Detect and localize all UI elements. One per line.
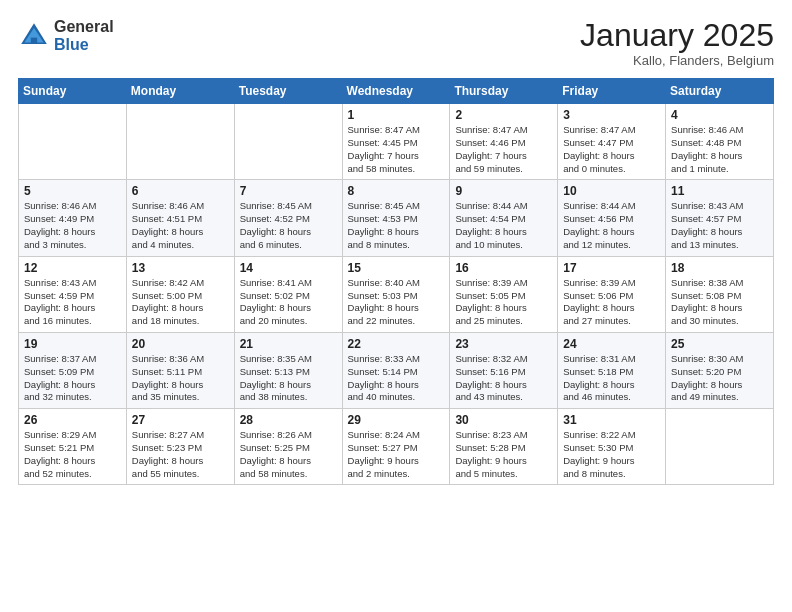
calendar-cell: 4Sunrise: 8:46 AM Sunset: 4:48 PM Daylig… xyxy=(666,104,774,180)
day-info: Sunrise: 8:37 AM Sunset: 5:09 PM Dayligh… xyxy=(24,353,121,404)
calendar-cell: 26Sunrise: 8:29 AM Sunset: 5:21 PM Dayli… xyxy=(19,409,127,485)
day-number: 12 xyxy=(24,261,121,275)
day-info: Sunrise: 8:44 AM Sunset: 4:54 PM Dayligh… xyxy=(455,200,552,251)
calendar-cell: 23Sunrise: 8:32 AM Sunset: 5:16 PM Dayli… xyxy=(450,332,558,408)
day-info: Sunrise: 8:38 AM Sunset: 5:08 PM Dayligh… xyxy=(671,277,768,328)
day-number: 11 xyxy=(671,184,768,198)
day-info: Sunrise: 8:31 AM Sunset: 5:18 PM Dayligh… xyxy=(563,353,660,404)
th-thursday: Thursday xyxy=(450,79,558,104)
day-info: Sunrise: 8:47 AM Sunset: 4:45 PM Dayligh… xyxy=(348,124,445,175)
day-number: 31 xyxy=(563,413,660,427)
calendar-cell: 8Sunrise: 8:45 AM Sunset: 4:53 PM Daylig… xyxy=(342,180,450,256)
header: General Blue January 2025 Kallo, Flander… xyxy=(18,18,774,68)
calendar-cell: 17Sunrise: 8:39 AM Sunset: 5:06 PM Dayli… xyxy=(558,256,666,332)
day-info: Sunrise: 8:29 AM Sunset: 5:21 PM Dayligh… xyxy=(24,429,121,480)
day-number: 2 xyxy=(455,108,552,122)
day-number: 22 xyxy=(348,337,445,351)
calendar-cell xyxy=(126,104,234,180)
th-tuesday: Tuesday xyxy=(234,79,342,104)
day-info: Sunrise: 8:35 AM Sunset: 5:13 PM Dayligh… xyxy=(240,353,337,404)
day-info: Sunrise: 8:47 AM Sunset: 4:46 PM Dayligh… xyxy=(455,124,552,175)
day-info: Sunrise: 8:43 AM Sunset: 4:57 PM Dayligh… xyxy=(671,200,768,251)
day-info: Sunrise: 8:39 AM Sunset: 5:05 PM Dayligh… xyxy=(455,277,552,328)
day-info: Sunrise: 8:41 AM Sunset: 5:02 PM Dayligh… xyxy=(240,277,337,328)
day-info: Sunrise: 8:43 AM Sunset: 4:59 PM Dayligh… xyxy=(24,277,121,328)
calendar-cell: 1Sunrise: 8:47 AM Sunset: 4:45 PM Daylig… xyxy=(342,104,450,180)
calendar-cell: 25Sunrise: 8:30 AM Sunset: 5:20 PM Dayli… xyxy=(666,332,774,408)
logo-blue-text: Blue xyxy=(54,36,114,54)
day-info: Sunrise: 8:44 AM Sunset: 4:56 PM Dayligh… xyxy=(563,200,660,251)
day-number: 21 xyxy=(240,337,337,351)
th-wednesday: Wednesday xyxy=(342,79,450,104)
day-number: 27 xyxy=(132,413,229,427)
day-info: Sunrise: 8:32 AM Sunset: 5:16 PM Dayligh… xyxy=(455,353,552,404)
calendar-cell: 6Sunrise: 8:46 AM Sunset: 4:51 PM Daylig… xyxy=(126,180,234,256)
svg-rect-2 xyxy=(31,37,37,43)
header-row: Sunday Monday Tuesday Wednesday Thursday… xyxy=(19,79,774,104)
day-number: 25 xyxy=(671,337,768,351)
th-monday: Monday xyxy=(126,79,234,104)
day-number: 1 xyxy=(348,108,445,122)
calendar-cell: 15Sunrise: 8:40 AM Sunset: 5:03 PM Dayli… xyxy=(342,256,450,332)
day-number: 7 xyxy=(240,184,337,198)
logo-text: General Blue xyxy=(54,18,114,53)
day-info: Sunrise: 8:26 AM Sunset: 5:25 PM Dayligh… xyxy=(240,429,337,480)
day-info: Sunrise: 8:22 AM Sunset: 5:30 PM Dayligh… xyxy=(563,429,660,480)
day-number: 14 xyxy=(240,261,337,275)
day-number: 4 xyxy=(671,108,768,122)
calendar-table: Sunday Monday Tuesday Wednesday Thursday… xyxy=(18,78,774,485)
calendar-cell: 27Sunrise: 8:27 AM Sunset: 5:23 PM Dayli… xyxy=(126,409,234,485)
day-info: Sunrise: 8:30 AM Sunset: 5:20 PM Dayligh… xyxy=(671,353,768,404)
day-number: 5 xyxy=(24,184,121,198)
calendar-cell xyxy=(19,104,127,180)
calendar-cell xyxy=(666,409,774,485)
location: Kallo, Flanders, Belgium xyxy=(580,53,774,68)
day-number: 30 xyxy=(455,413,552,427)
calendar-cell: 12Sunrise: 8:43 AM Sunset: 4:59 PM Dayli… xyxy=(19,256,127,332)
calendar-week-3: 12Sunrise: 8:43 AM Sunset: 4:59 PM Dayli… xyxy=(19,256,774,332)
logo-general-text: General xyxy=(54,18,114,36)
day-number: 23 xyxy=(455,337,552,351)
calendar-cell: 16Sunrise: 8:39 AM Sunset: 5:05 PM Dayli… xyxy=(450,256,558,332)
month-title: January 2025 xyxy=(580,18,774,53)
day-number: 8 xyxy=(348,184,445,198)
day-info: Sunrise: 8:39 AM Sunset: 5:06 PM Dayligh… xyxy=(563,277,660,328)
day-number: 28 xyxy=(240,413,337,427)
day-info: Sunrise: 8:46 AM Sunset: 4:51 PM Dayligh… xyxy=(132,200,229,251)
day-info: Sunrise: 8:24 AM Sunset: 5:27 PM Dayligh… xyxy=(348,429,445,480)
day-number: 18 xyxy=(671,261,768,275)
day-info: Sunrise: 8:46 AM Sunset: 4:49 PM Dayligh… xyxy=(24,200,121,251)
calendar-cell: 18Sunrise: 8:38 AM Sunset: 5:08 PM Dayli… xyxy=(666,256,774,332)
day-number: 26 xyxy=(24,413,121,427)
calendar-cell: 13Sunrise: 8:42 AM Sunset: 5:00 PM Dayli… xyxy=(126,256,234,332)
day-number: 29 xyxy=(348,413,445,427)
th-sunday: Sunday xyxy=(19,79,127,104)
calendar-week-1: 1Sunrise: 8:47 AM Sunset: 4:45 PM Daylig… xyxy=(19,104,774,180)
calendar-cell: 30Sunrise: 8:23 AM Sunset: 5:28 PM Dayli… xyxy=(450,409,558,485)
calendar-cell xyxy=(234,104,342,180)
day-number: 6 xyxy=(132,184,229,198)
calendar-week-5: 26Sunrise: 8:29 AM Sunset: 5:21 PM Dayli… xyxy=(19,409,774,485)
th-saturday: Saturday xyxy=(666,79,774,104)
day-number: 16 xyxy=(455,261,552,275)
title-block: January 2025 Kallo, Flanders, Belgium xyxy=(580,18,774,68)
calendar-cell: 9Sunrise: 8:44 AM Sunset: 4:54 PM Daylig… xyxy=(450,180,558,256)
day-number: 24 xyxy=(563,337,660,351)
day-info: Sunrise: 8:42 AM Sunset: 5:00 PM Dayligh… xyxy=(132,277,229,328)
day-info: Sunrise: 8:45 AM Sunset: 4:53 PM Dayligh… xyxy=(348,200,445,251)
calendar-cell: 29Sunrise: 8:24 AM Sunset: 5:27 PM Dayli… xyxy=(342,409,450,485)
logo: General Blue xyxy=(18,18,114,53)
day-info: Sunrise: 8:46 AM Sunset: 4:48 PM Dayligh… xyxy=(671,124,768,175)
calendar-cell: 21Sunrise: 8:35 AM Sunset: 5:13 PM Dayli… xyxy=(234,332,342,408)
calendar-cell: 22Sunrise: 8:33 AM Sunset: 5:14 PM Dayli… xyxy=(342,332,450,408)
day-info: Sunrise: 8:45 AM Sunset: 4:52 PM Dayligh… xyxy=(240,200,337,251)
calendar-week-2: 5Sunrise: 8:46 AM Sunset: 4:49 PM Daylig… xyxy=(19,180,774,256)
day-info: Sunrise: 8:40 AM Sunset: 5:03 PM Dayligh… xyxy=(348,277,445,328)
day-info: Sunrise: 8:36 AM Sunset: 5:11 PM Dayligh… xyxy=(132,353,229,404)
page: General Blue January 2025 Kallo, Flander… xyxy=(0,0,792,612)
day-number: 15 xyxy=(348,261,445,275)
calendar-cell: 5Sunrise: 8:46 AM Sunset: 4:49 PM Daylig… xyxy=(19,180,127,256)
calendar-cell: 24Sunrise: 8:31 AM Sunset: 5:18 PM Dayli… xyxy=(558,332,666,408)
calendar-cell: 3Sunrise: 8:47 AM Sunset: 4:47 PM Daylig… xyxy=(558,104,666,180)
day-number: 20 xyxy=(132,337,229,351)
